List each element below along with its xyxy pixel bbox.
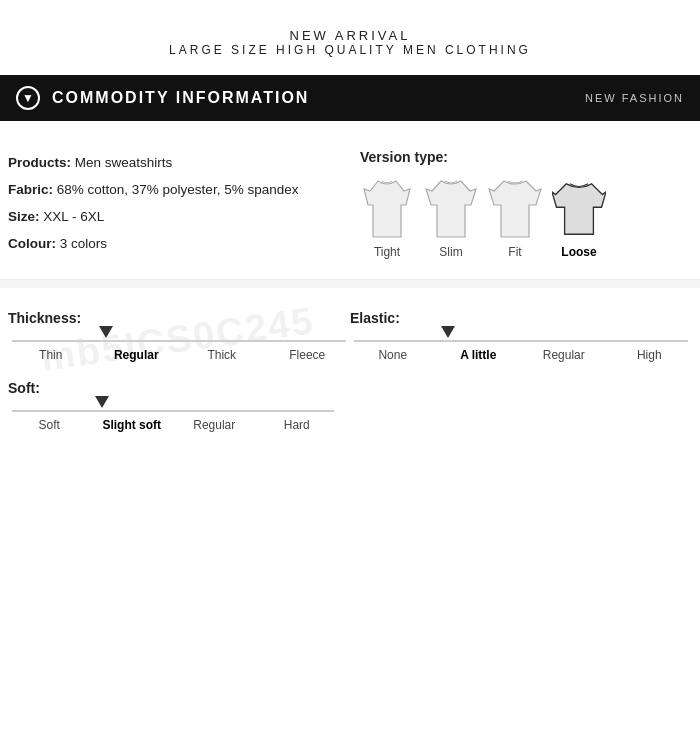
soft-section: Soft: Soft Slight soft Regular Hard	[0, 372, 700, 452]
thickness-labels: Thin Regular Thick Fleece	[8, 348, 350, 362]
fabric-value: 68% cotton, 37% polyester, 5% spandex	[57, 182, 299, 197]
elastic-label-alittle: A little	[436, 348, 522, 362]
arrow-icon: ▼	[16, 86, 40, 110]
product-details: Products: Men sweatshirts Fabric: 68% co…	[8, 149, 340, 259]
thickness-track	[12, 340, 346, 342]
soft-label-soft: Soft	[8, 418, 91, 432]
thickness-label-regular: Regular	[94, 348, 180, 362]
version-title: Version type:	[360, 149, 448, 165]
soft-labels: Soft Slight soft Regular Hard	[8, 418, 338, 432]
products-row: Products: Men sweatshirts	[8, 149, 340, 176]
thickness-block: Thickness: Thin Regular Thick Fleece	[8, 310, 350, 362]
colour-label: Colour:	[8, 236, 56, 251]
new-fashion-badge: NEW FASHION	[585, 92, 684, 104]
elastic-label-high: High	[607, 348, 693, 362]
products-value: Men sweatshirts	[75, 155, 173, 170]
shirt-loose-icon	[552, 177, 606, 241]
shirt-loose-label: Loose	[561, 245, 596, 259]
soft-title: Soft:	[8, 380, 692, 396]
thickness-track-container	[8, 340, 350, 342]
black-bar-left: ▼ COMMODITY INFORMATION	[16, 86, 309, 110]
soft-label-regular: Regular	[173, 418, 256, 432]
shirt-slim-label: Slim	[439, 245, 462, 259]
soft-label-slightsoft: Slight soft	[91, 418, 174, 432]
shirt-slim-icon	[424, 177, 478, 241]
shirt-fit: Fit	[488, 177, 542, 259]
soft-track	[12, 410, 334, 412]
soft-thumb	[95, 396, 109, 408]
thickness-label-thick: Thick	[179, 348, 265, 362]
size-row: Size: XXL - 6XL	[8, 203, 340, 230]
section-divider	[0, 280, 700, 288]
version-section: Version type: Tight Slim	[360, 149, 692, 259]
thickness-label-thin: Thin	[8, 348, 94, 362]
shirt-tight-label: Tight	[374, 245, 400, 259]
elastic-track	[354, 340, 688, 342]
products-label: Products:	[8, 155, 71, 170]
colour-row: Colour: 3 colors	[8, 230, 340, 257]
sliders-section: mb5ICS0C245 Thickness: Thin Regular Thic…	[0, 288, 700, 372]
colour-value: 3 colors	[60, 236, 107, 251]
soft-label-hard: Hard	[256, 418, 339, 432]
shirt-tight-icon	[360, 177, 414, 241]
size-label: Size:	[8, 209, 40, 224]
header-section: NEW ARRIVAL LARGE SIZE HIGH QUALITY MEN …	[0, 0, 700, 75]
shirt-slim: Slim	[424, 177, 478, 259]
shirt-fit-label: Fit	[508, 245, 521, 259]
elastic-block: Elastic: None A little Regular High	[350, 310, 692, 362]
subtitle-text: LARGE SIZE HIGH QUALITY MEN CLOTHING	[0, 43, 700, 57]
shirt-loose: Loose	[552, 177, 606, 259]
new-arrival-text: NEW ARRIVAL	[0, 28, 700, 43]
shirt-fit-icon	[488, 177, 542, 241]
elastic-title: Elastic:	[350, 310, 692, 326]
thickness-title: Thickness:	[8, 310, 350, 326]
elastic-label-none: None	[350, 348, 436, 362]
soft-track-container	[8, 410, 338, 412]
sliders-row: Thickness: Thin Regular Thick Fleece Ela…	[8, 310, 692, 362]
elastic-label-regular: Regular	[521, 348, 607, 362]
thickness-label-fleece: Fleece	[265, 348, 351, 362]
black-bar: ▼ COMMODITY INFORMATION NEW FASHION	[0, 75, 700, 121]
shirts-row: Tight Slim Fit	[360, 177, 606, 259]
fabric-label: Fabric:	[8, 182, 53, 197]
commodity-title: COMMODITY INFORMATION	[52, 89, 309, 107]
main-info-section: Products: Men sweatshirts Fabric: 68% co…	[0, 121, 700, 280]
shirt-tight: Tight	[360, 177, 414, 259]
soft-slider-container: Soft Slight soft Regular Hard	[8, 410, 338, 432]
fabric-row: Fabric: 68% cotton, 37% polyester, 5% sp…	[8, 176, 340, 203]
thickness-thumb	[99, 326, 113, 338]
elastic-labels: None A little Regular High	[350, 348, 692, 362]
elastic-track-container	[350, 340, 692, 342]
elastic-thumb	[441, 326, 455, 338]
size-value: XXL - 6XL	[43, 209, 104, 224]
